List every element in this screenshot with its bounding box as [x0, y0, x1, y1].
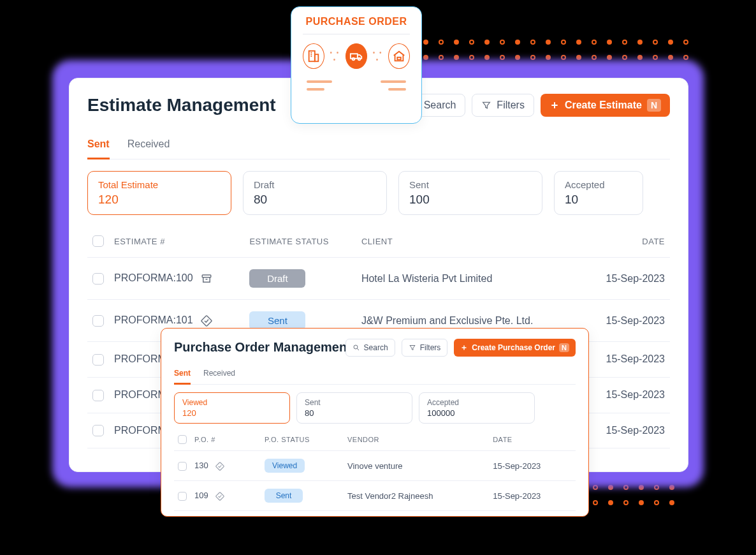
select-all-checkbox[interactable]: [178, 435, 187, 444]
table-row[interactable]: PROFORMA:100 Draft Hotel La Wisteria Pvt…: [87, 258, 670, 300]
col-po-status: P.O. STATUS: [261, 431, 344, 451]
po-table: P.O. # P.O. STATUS VENDOR DATE 130 Viewe…: [174, 431, 576, 511]
stat-draft[interactable]: Draft 80: [243, 171, 387, 215]
plus-icon: [460, 344, 468, 352]
filters-button[interactable]: Filters: [472, 94, 534, 117]
row-checkbox[interactable]: [92, 354, 104, 366]
stat-value: 100: [409, 193, 532, 207]
svg-line-16: [357, 348, 359, 350]
row-checkbox[interactable]: [92, 273, 104, 285]
vendor-cell: Test Vendor2 Rajneesh: [344, 481, 489, 511]
svg-rect-4: [202, 275, 211, 278]
tab-received[interactable]: Received: [127, 133, 170, 159]
po-num: 130: [194, 461, 208, 470]
tab-received[interactable]: Received: [203, 365, 235, 384]
stat-total-estimate[interactable]: Total Estimate 120: [87, 171, 231, 215]
client-cell: Hotel La Wisteria Pvt Limited: [356, 258, 584, 300]
verified-icon: [215, 492, 224, 501]
building-icon: [303, 43, 324, 69]
estimate-tabs: Sent Received: [87, 133, 670, 159]
stat-sent[interactable]: Sent 100: [398, 171, 542, 215]
home-icon: [388, 43, 410, 69]
stat-label: Sent: [305, 398, 404, 407]
col-client: CLIENT: [356, 229, 584, 258]
stat-accepted[interactable]: Accepted 10: [554, 171, 643, 215]
stat-label: Draft: [254, 179, 376, 190]
stat-label: Accepted: [565, 179, 632, 190]
create-po-button[interactable]: Create Purchase Order N: [454, 339, 576, 357]
select-all-checkbox[interactable]: [92, 235, 104, 247]
filters-button[interactable]: Filters: [402, 339, 448, 357]
col-estimate-num: ESTIMATE #: [109, 229, 244, 258]
status-badge: Draft: [249, 269, 305, 288]
col-estimate-status: ESTIMATE STATUS: [244, 229, 356, 258]
svg-rect-14: [397, 57, 401, 60]
svg-rect-7: [315, 54, 319, 61]
stat-accepted[interactable]: Accepted 100000: [419, 392, 535, 424]
stat-label: Accepted: [427, 398, 527, 407]
vendor-cell: Vinove venture: [344, 451, 489, 481]
stat-value: 120: [98, 193, 221, 207]
badge-title: PURCHASE ORDER: [303, 16, 410, 27]
create-po-label: Create Purchase Order: [472, 343, 555, 352]
purchase-order-management-card: Purchase Order Management Search Filters…: [161, 328, 589, 517]
new-badge: N: [647, 99, 661, 112]
tab-sent[interactable]: Sent: [174, 365, 191, 385]
stat-value: 80: [305, 408, 404, 418]
verified-icon: [201, 315, 212, 327]
svg-rect-19: [216, 462, 224, 470]
po-num: 109: [194, 491, 208, 500]
date-cell: 15-Sep-2023: [583, 413, 670, 448]
estimate-num: PROFORMA:101: [114, 314, 193, 325]
stat-value: 10: [565, 193, 632, 207]
date-cell: 15-Sep-2023: [583, 342, 670, 378]
stat-value: 100000: [427, 408, 527, 418]
table-row[interactable]: 130 Viewed Vinove venture 15-Sep-2023: [174, 451, 576, 481]
stat-sent[interactable]: Sent 80: [296, 392, 412, 424]
stat-label: Viewed: [182, 398, 282, 407]
new-badge: N: [559, 343, 569, 352]
col-po-num: P.O. #: [191, 431, 261, 451]
stat-value: 80: [254, 193, 376, 207]
estimate-num: PROFORMA:100: [114, 272, 193, 283]
date-cell: 15-Sep-2023: [583, 300, 670, 342]
connector-dots: • • •: [371, 49, 385, 63]
stat-label: Total Estimate: [98, 179, 221, 190]
search-button[interactable]: Search: [345, 339, 395, 357]
connector-dots: • • •: [328, 49, 342, 63]
create-estimate-button[interactable]: Create Estimate N: [541, 94, 670, 117]
filter-icon: [409, 344, 416, 352]
date-cell: 15-Sep-2023: [583, 258, 670, 300]
filter-icon: [481, 100, 491, 110]
svg-rect-5: [201, 315, 212, 326]
search-label: Search: [424, 100, 456, 111]
stat-viewed[interactable]: Viewed 120: [174, 392, 290, 424]
col-date: DATE: [583, 229, 670, 258]
row-checkbox[interactable]: [92, 425, 104, 436]
col-date: DATE: [489, 431, 576, 451]
purchase-order-badge: PURCHASE ORDER • • • • • •: [291, 6, 422, 124]
date-cell: 15-Sep-2023: [489, 451, 576, 481]
stat-label: Sent: [409, 179, 532, 190]
col-vendor: VENDOR: [344, 431, 489, 451]
row-checkbox[interactable]: [92, 315, 104, 327]
po-tabs: Sent Received: [174, 365, 576, 385]
tab-sent[interactable]: Sent: [87, 133, 110, 159]
svg-rect-20: [216, 492, 224, 500]
search-icon: [353, 344, 360, 352]
row-checkbox[interactable]: [92, 390, 104, 401]
row-checkbox[interactable]: [178, 492, 187, 501]
status-badge: Sent: [249, 311, 305, 330]
filters-label: Filters: [420, 343, 441, 352]
table-row[interactable]: 109 Sent Test Vendor2 Rajneesh 15-Sep-20…: [174, 481, 576, 511]
svg-point-15: [354, 345, 358, 349]
status-badge: Viewed: [265, 459, 305, 473]
create-estimate-label: Create Estimate: [565, 100, 642, 111]
row-checkbox[interactable]: [178, 462, 187, 471]
archive-icon: [201, 273, 212, 285]
search-label: Search: [364, 343, 388, 352]
truck-icon: [345, 43, 367, 69]
status-badge: Sent: [265, 489, 303, 503]
stat-value: 120: [182, 408, 282, 418]
date-cell: 15-Sep-2023: [489, 481, 576, 511]
